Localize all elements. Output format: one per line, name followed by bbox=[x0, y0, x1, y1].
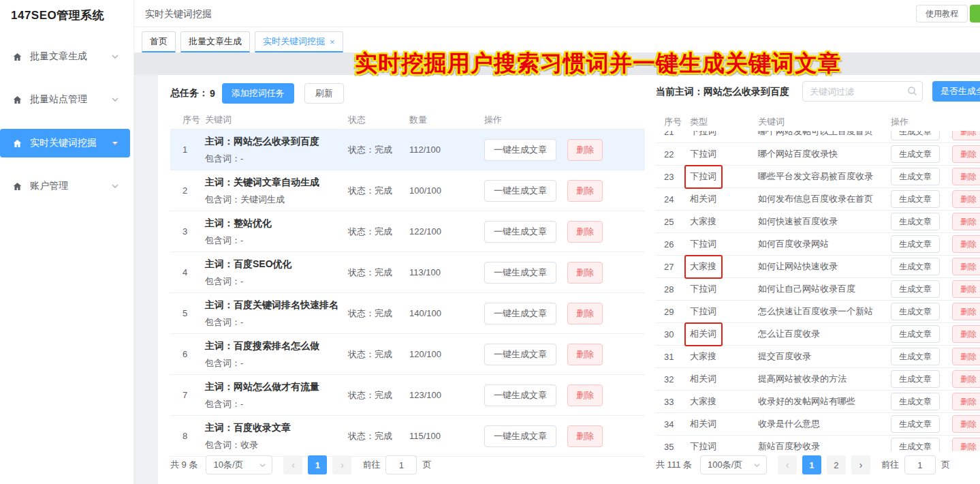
delete-button[interactable]: 删除 bbox=[952, 415, 980, 433]
delete-button[interactable]: 删除 bbox=[952, 325, 980, 343]
task-include-words: 包含词：- bbox=[205, 398, 338, 410]
delete-button[interactable]: 删除 bbox=[952, 370, 980, 388]
page-button-1[interactable]: 1 bbox=[308, 455, 327, 474]
generate-article-button[interactable]: 一键生成文章 bbox=[484, 262, 556, 284]
partial-green-button[interactable] bbox=[970, 5, 980, 22]
generate-article-button[interactable]: 生成文章 bbox=[891, 213, 940, 230]
refresh-button[interactable]: 刷新 bbox=[304, 83, 344, 104]
goto-page-input[interactable] bbox=[385, 455, 417, 474]
add-task-button[interactable]: 添加挖词任务 bbox=[222, 83, 294, 104]
delete-button[interactable]: 删除 bbox=[567, 180, 603, 202]
delete-button[interactable]: 删除 bbox=[952, 213, 980, 230]
task-row[interactable]: 5 主词：百度关键词排名快速排名 包含词：- 状态：完成 140/100 一键生… bbox=[170, 293, 645, 334]
task-row[interactable]: 7 主词：网站怎么做才有流量 包含词：- 状态：完成 123/100 一键生成文… bbox=[170, 375, 645, 416]
generate-article-button[interactable]: 生成文章 bbox=[891, 168, 940, 185]
page-button-1[interactable]: 1 bbox=[802, 455, 821, 474]
generate-toggle-button[interactable]: 是否生成全 bbox=[932, 81, 980, 102]
task-main-keyword: 主词：百度关键词排名快速排名 bbox=[205, 298, 338, 312]
tutorial-button[interactable]: 使用教程 bbox=[916, 5, 968, 22]
delete-button[interactable]: 删除 bbox=[952, 145, 980, 163]
delete-button[interactable]: 删除 bbox=[952, 393, 980, 410]
task-row[interactable]: 8 主词：百度收录文章 包含词：收录 状态：完成 115/100 一键生成文章 … bbox=[170, 416, 645, 457]
delete-button[interactable]: 删除 bbox=[952, 190, 980, 208]
keyword-text: 哪个网站百度收录快 bbox=[758, 148, 891, 160]
task-row[interactable]: 4 主词：百度SEO优化 包含词：- 状态：完成 113/100 一键生成文章 … bbox=[170, 252, 645, 293]
keyword-text: 新站百度秒收录 bbox=[758, 440, 891, 451]
generate-article-button[interactable]: 一键生成文章 bbox=[484, 221, 556, 243]
generate-article-button[interactable]: 一键生成文章 bbox=[484, 303, 556, 324]
keyword-type: 大家搜 bbox=[690, 260, 758, 273]
generate-article-button[interactable]: 生成文章 bbox=[891, 145, 940, 163]
sidebar-item-2[interactable]: 批量站点管理 bbox=[0, 85, 130, 114]
row-number: 24 bbox=[664, 194, 690, 205]
page-size-select[interactable]: 100条/页 bbox=[700, 455, 767, 474]
generate-article-button[interactable]: 生成文章 bbox=[891, 280, 940, 298]
generate-article-button[interactable]: 生成文章 bbox=[891, 190, 940, 208]
sidebar-item-1[interactable]: 批量文章生成 bbox=[0, 42, 130, 71]
generate-article-button[interactable]: 生成文章 bbox=[891, 258, 940, 275]
task-row[interactable]: 2 主词：关键词文章自动生成 包含词：关键词生成 状态：完成 100/100 一… bbox=[170, 170, 645, 211]
next-page-button[interactable]: › bbox=[851, 455, 870, 474]
next-page-button[interactable]: › bbox=[332, 455, 351, 474]
delete-button[interactable]: 删除 bbox=[952, 131, 980, 140]
generate-article-button[interactable]: 一键生成文章 bbox=[484, 180, 556, 202]
task-actions: 一键生成文章 删除 bbox=[484, 180, 645, 202]
generate-article-button[interactable]: 生成文章 bbox=[891, 348, 940, 365]
main-area: 实时关键词挖掘 使用教程 首页批量文章生成实时关键词挖掘× 实时挖掘用户搜索习惯… bbox=[134, 0, 980, 484]
col-status: 状态 bbox=[348, 114, 409, 126]
generate-article-button[interactable]: 生成文章 bbox=[891, 393, 940, 410]
task-row[interactable]: 6 主词：百度搜索排名怎么做 包含词：- 状态：完成 120/100 一键生成文… bbox=[170, 334, 645, 375]
page-size-select[interactable]: 10条/页 bbox=[206, 455, 272, 474]
prev-page-button[interactable]: ‹ bbox=[778, 455, 797, 474]
chevron-down-icon[interactable] bbox=[111, 139, 119, 147]
delete-button[interactable]: 删除 bbox=[952, 235, 980, 253]
generate-article-button[interactable]: 生成文章 bbox=[891, 235, 940, 253]
delete-button[interactable]: 删除 bbox=[952, 258, 980, 275]
generate-article-button[interactable]: 一键生成文章 bbox=[484, 384, 556, 406]
generate-article-button[interactable]: 一键生成文章 bbox=[484, 344, 556, 365]
topbar: 实时关键词挖掘 使用教程 bbox=[134, 0, 980, 27]
keyword-type: 下拉词 bbox=[690, 283, 758, 295]
keyword-filter bbox=[802, 81, 923, 102]
keywords-table-viewport[interactable]: 21 下拉词 哪个网站发帖可以上百度首页 生成文章 删除 22 下拉词 哪个网站… bbox=[656, 131, 980, 451]
task-include-words: 包含词：- bbox=[205, 275, 338, 288]
generate-article-button[interactable]: 生成文章 bbox=[891, 438, 940, 451]
goto-page-input[interactable] bbox=[904, 455, 936, 474]
generate-article-button[interactable]: 生成文章 bbox=[891, 131, 940, 140]
delete-button[interactable]: 删除 bbox=[952, 168, 980, 185]
delete-button[interactable]: 删除 bbox=[567, 139, 603, 161]
generate-article-button[interactable]: 生成文章 bbox=[891, 370, 940, 388]
keywords-panel: 当前主词：网站怎么收录到百度 是否生成全 序号 类型 关键词 操作 bbox=[656, 75, 980, 484]
generate-article-button[interactable]: 生成文章 bbox=[891, 325, 940, 343]
prev-page-button[interactable]: ‹ bbox=[283, 455, 302, 474]
delete-button[interactable]: 删除 bbox=[952, 348, 980, 365]
tab-close-icon[interactable]: × bbox=[330, 37, 335, 46]
delete-button[interactable]: 删除 bbox=[567, 344, 603, 365]
delete-button[interactable]: 删除 bbox=[567, 262, 603, 284]
generate-article-button[interactable]: 生成文章 bbox=[891, 415, 940, 433]
chevron-down-icon[interactable] bbox=[111, 182, 119, 190]
delete-button[interactable]: 删除 bbox=[952, 438, 980, 451]
delete-button[interactable]: 删除 bbox=[567, 221, 603, 243]
task-status: 状态：完成 bbox=[348, 307, 409, 320]
task-status: 状态：完成 bbox=[348, 430, 409, 442]
delete-button[interactable]: 删除 bbox=[567, 303, 603, 324]
delete-button[interactable]: 删除 bbox=[952, 280, 980, 298]
sidebar-item-3[interactable]: 实时关键词挖掘 bbox=[0, 129, 130, 157]
keyword-filter-input[interactable] bbox=[802, 81, 923, 102]
page-button-2[interactable]: 2 bbox=[827, 455, 846, 474]
chevron-down-icon[interactable] bbox=[111, 52, 119, 61]
generate-article-button[interactable]: 一键生成文章 bbox=[484, 425, 556, 447]
keyword-row: 24 相关词 如何发布信息百度收录在首页 生成文章 删除 bbox=[656, 188, 980, 211]
task-row[interactable]: 3 主词：整站优化 包含词：- 状态：完成 122/100 一键生成文章 删除 bbox=[170, 211, 645, 252]
task-row[interactable]: 1 主词：网站怎么收录到百度 包含词：- 状态：完成 112/100 一键生成文… bbox=[170, 130, 645, 170]
delete-button[interactable]: 删除 bbox=[567, 384, 603, 406]
task-main-keyword: 主词：整站优化 bbox=[205, 216, 338, 230]
keyword-row: 27 大家搜 如何让网站快速收录 生成文章 删除 bbox=[656, 256, 980, 278]
delete-button[interactable]: 删除 bbox=[952, 303, 980, 320]
sidebar-item-4[interactable]: 账户管理 bbox=[0, 172, 130, 200]
chevron-down-icon[interactable] bbox=[111, 95, 119, 104]
delete-button[interactable]: 删除 bbox=[567, 425, 603, 447]
generate-article-button[interactable]: 生成文章 bbox=[891, 303, 940, 320]
generate-article-button[interactable]: 一键生成文章 bbox=[484, 139, 556, 161]
